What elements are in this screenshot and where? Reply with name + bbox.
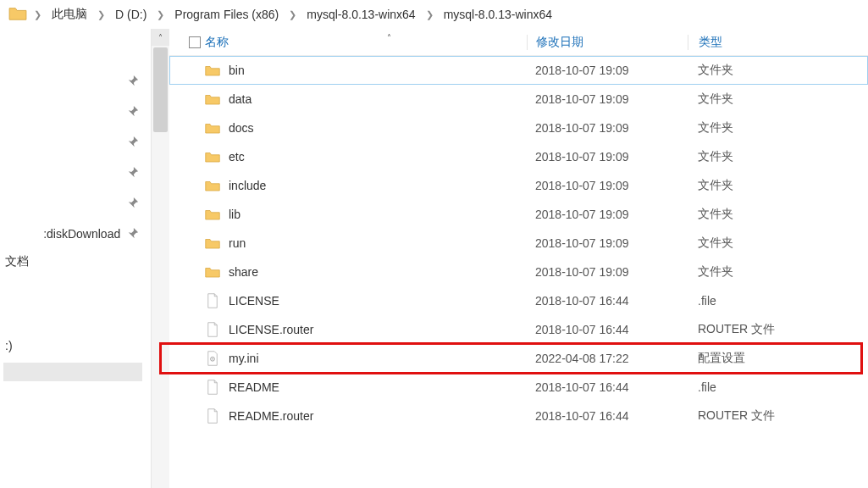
svg-point-1	[212, 358, 213, 360]
file-name: share	[229, 265, 527, 279]
file-row[interactable]: lib2018-10-07 19:09文件夹	[169, 200, 868, 229]
file-date: 2018-10-07 19:09	[527, 265, 688, 279]
file-name: docs	[229, 121, 527, 135]
file-row[interactable]: README2018-10-07 16:44.file	[169, 373, 868, 402]
sidebar: ˄	[0, 29, 169, 488]
folder-icon	[205, 207, 229, 222]
file-name: README	[229, 380, 527, 394]
file-row[interactable]: include2018-10-07 19:09文件夹	[169, 171, 868, 200]
sidebar-pinned-item[interactable]	[3, 127, 139, 158]
sidebar-item-drive[interactable]: :)	[3, 334, 139, 358]
file-type: 配置设置	[688, 351, 823, 366]
file-date: 2018-10-07 16:44	[527, 380, 688, 394]
file-date: 2022-04-08 17:22	[527, 352, 688, 365]
file-name: etc	[229, 150, 527, 164]
sidebar-item-documents[interactable]: 文档	[3, 249, 139, 274]
file-type: 文件夹	[688, 264, 823, 280]
file-name: README.router	[229, 409, 527, 423]
breadcrumb-item[interactable]: D (D:)	[112, 6, 150, 23]
file-date: 2018-10-07 16:44	[527, 409, 688, 423]
pin-icon	[127, 136, 139, 150]
file-type: 文件夹	[688, 149, 823, 164]
folder-icon	[205, 264, 229, 280]
breadcrumb-item[interactable]: 此电脑	[48, 5, 91, 24]
folder-icon	[205, 92, 229, 107]
file-row[interactable]: LICENSE2018-10-07 16:44.file	[169, 286, 868, 315]
file-name: bin	[229, 64, 527, 77]
file-type: 文件夹	[688, 63, 823, 78]
sidebar-pinned-item[interactable]	[3, 97, 139, 127]
file-name: LICENSE	[229, 294, 527, 308]
folder-icon	[8, 6, 27, 24]
column-header-date[interactable]: 修改日期	[527, 35, 688, 50]
file-row[interactable]: etc2018-10-07 19:09文件夹	[169, 142, 868, 171]
file-date: 2018-10-07 19:09	[527, 236, 688, 250]
file-type: 文件夹	[688, 207, 823, 222]
file-name: lib	[229, 208, 527, 221]
file-type: ROUTER 文件	[688, 408, 823, 424]
scroll-thumb[interactable]	[153, 47, 168, 132]
chevron-right-icon: ❯	[32, 9, 43, 20]
file-row[interactable]: my.ini2022-04-08 17:22配置设置	[169, 344, 868, 373]
file-date: 2018-10-07 19:09	[527, 121, 688, 135]
column-header-name[interactable]: 名称 ˄	[205, 35, 527, 50]
sort-ascending-icon: ˄	[387, 33, 391, 42]
file-icon	[205, 380, 229, 395]
file-name: include	[229, 179, 527, 192]
pin-icon	[127, 227, 139, 241]
chevron-right-icon: ❯	[287, 9, 298, 20]
file-icon	[205, 293, 229, 308]
chevron-right-icon: ❯	[424, 9, 435, 20]
file-type: 文件夹	[688, 236, 823, 251]
folder-icon	[205, 149, 229, 164]
breadcrumb-item[interactable]: Program Files (x86)	[171, 6, 282, 23]
file-row[interactable]: data2018-10-07 19:09文件夹	[169, 85, 868, 114]
column-header-type[interactable]: 类型	[688, 35, 823, 50]
file-date: 2018-10-07 16:44	[527, 323, 688, 336]
column-header-row: 名称 ˄ 修改日期 类型	[169, 29, 868, 56]
file-type: 文件夹	[688, 92, 823, 107]
folder-icon	[205, 236, 229, 251]
sidebar-pinned-item[interactable]	[3, 158, 139, 188]
file-row[interactable]: bin2018-10-07 19:09文件夹	[169, 56, 868, 85]
file-date: 2018-10-07 19:09	[527, 150, 688, 164]
file-row[interactable]: LICENSE.router2018-10-07 16:44ROUTER 文件	[169, 315, 868, 344]
sidebar-pinned-item[interactable]	[3, 188, 139, 219]
folder-icon	[205, 63, 229, 78]
breadcrumb: ❯ 此电脑 ❯ D (D:) ❯ Program Files (x86) ❯ m…	[0, 0, 868, 29]
sidebar-pinned-item[interactable]	[3, 66, 139, 97]
file-type: .file	[688, 380, 823, 394]
sidebar-selection-bar	[3, 363, 142, 381]
file-date: 2018-10-07 19:09	[527, 92, 688, 106]
ini-icon	[205, 351, 229, 366]
file-date: 2018-10-07 16:44	[527, 294, 688, 308]
file-name: my.ini	[229, 352, 527, 365]
file-row[interactable]: share2018-10-07 19:09文件夹	[169, 258, 868, 286]
breadcrumb-item[interactable]: mysql-8.0.13-winx64	[303, 6, 418, 23]
file-row[interactable]: README.router2018-10-07 16:44ROUTER 文件	[169, 402, 868, 430]
file-row[interactable]: run2018-10-07 19:09文件夹	[169, 229, 868, 258]
folder-icon	[205, 120, 229, 136]
breadcrumb-item[interactable]: mysql-8.0.13-winx64	[440, 6, 556, 23]
pin-icon	[127, 197, 139, 211]
sidebar-item-diskdownload[interactable]: :diskDownload	[3, 219, 139, 249]
chevron-right-icon: ❯	[155, 9, 166, 20]
file-date: 2018-10-07 19:09	[527, 64, 688, 77]
scroll-up-button[interactable]: ˄	[152, 29, 169, 46]
select-all-checkbox[interactable]	[185, 36, 205, 48]
folder-icon	[205, 178, 229, 193]
file-name: run	[229, 236, 527, 250]
sidebar-scrollbar[interactable]: ˄	[151, 29, 169, 488]
file-icon	[205, 408, 229, 424]
file-name: data	[229, 92, 527, 106]
file-type: 文件夹	[688, 120, 823, 136]
file-date: 2018-10-07 19:09	[527, 179, 688, 192]
file-row[interactable]: docs2018-10-07 19:09文件夹	[169, 114, 868, 142]
file-type: .file	[688, 294, 823, 308]
sidebar-item-label: :diskDownload	[43, 227, 120, 241]
file-name: LICENSE.router	[229, 323, 527, 336]
pin-icon	[127, 105, 139, 119]
pin-icon	[127, 75, 139, 89]
file-date: 2018-10-07 19:09	[527, 208, 688, 221]
pin-icon	[127, 166, 139, 180]
